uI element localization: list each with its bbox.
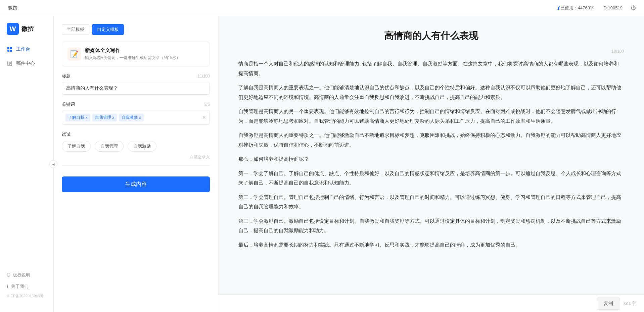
try-label: 试试 — [62, 132, 210, 138]
header-title: 微撰 — [8, 5, 17, 11]
keyword-tag-0[interactable]: 了解自我 x — [65, 114, 90, 121]
tab-all[interactable]: 全部模板 — [62, 24, 89, 35]
sidebar-item-copyright[interactable]: © 版权说明 — [0, 269, 53, 281]
logo-icon: W — [7, 23, 19, 35]
tab-custom[interactable]: 自定义模板 — [92, 24, 124, 35]
preview-bottom: 复制 615字 — [218, 295, 644, 312]
title-label: 标题 11/100 — [62, 73, 210, 79]
keywords-clear-btn[interactable]: ✕ — [202, 115, 206, 120]
article-paragraph-6: 第二，学会管理自己。管理自己包括控制自己的情绪、行为和言语，以及管理自己的时间和… — [238, 193, 624, 212]
sidebar-bottom: © 版权说明 ℹ 关于我们 ©ICP备2022016946号 — [0, 264, 53, 305]
card-content: 新媒体全文写作 输入标题+关键词，一键准确生成所需文章（约15秒） — [85, 47, 180, 61]
usage-icon: ℹ — [557, 5, 559, 11]
article-paragraph-4: 那么，如何培养和提高情商呢？ — [238, 154, 624, 164]
article-paragraph-2: 自我管理是高情商人的另一个重要表现。他们能够有效地控制自己的言行和行为，控制自己… — [238, 107, 624, 126]
sidebar-item-about[interactable]: ℹ 关于我们 — [0, 281, 53, 292]
keywords-container[interactable]: 了解自我 x 自我管理 x 自我激励 x ✕ — [62, 110, 210, 125]
sidebar-item-drafts[interactable]: 稿件中心 — [0, 57, 53, 70]
header-right: ℹ 已使用：44768字 ID:100519 ⏻ — [557, 5, 636, 11]
sidebar: W 微撰 工作台 — [0, 16, 54, 312]
article-counter: 10/100 — [238, 49, 624, 54]
title-input[interactable] — [62, 82, 210, 95]
drafts-icon — [7, 60, 13, 66]
try-clear[interactable]: 白清空录入 — [62, 154, 210, 160]
article-title: 高情商的人有什么表现 — [238, 30, 624, 42]
try-chip-2[interactable]: 自我激励 — [128, 141, 156, 152]
card-icon: 📝 — [67, 47, 81, 61]
article-paragraph-1: 了解自我是高情商人的重要表现之一。他们能够清楚地认识自己的优点和缺点，以及自己的… — [238, 83, 624, 102]
copyright-icon: © — [7, 272, 10, 278]
try-chip-1[interactable]: 自我管理 — [95, 141, 124, 152]
about-icon: ℹ — [7, 284, 8, 289]
title-group: 标题 11/100 — [62, 73, 210, 95]
logo-text: 微撰 — [21, 25, 34, 33]
left-panel: 全部模板 自定义模板 📝 新媒体全文写作 输入标题+关键词，一键准确生成所需文章… — [54, 16, 218, 312]
generate-button[interactable]: 生成内容 — [62, 176, 210, 192]
sidebar-nav: 工作台 稿件中心 — [0, 43, 53, 70]
title-counter: 11/100 — [197, 74, 210, 79]
try-chips: 了解自我 自我管理 自我激励 — [62, 141, 210, 152]
article-paragraph-8: 最后，培养高情商需要长期的努力和实践。只有通过不断地学习、反思和实践，才能够提高… — [238, 240, 624, 250]
keyword-tag-1[interactable]: 自我管理 x — [92, 114, 117, 121]
svg-rect-1 — [10, 47, 12, 49]
article-paragraph-0: 情商是指一个人对自己和他人的感情的认知和管理能力, 包括了解自我、自我管理、自我… — [238, 59, 624, 78]
copy-button[interactable]: 复制 — [597, 298, 620, 310]
keywords-group: 关键词 3/6 了解自我 x 自我管理 x 自我激励 x — [62, 101, 210, 125]
right-panel: 高情商的人有什么表现 10/100 情商是指一个人对自己和他人的感情的认知和管理… — [218, 16, 644, 312]
keyword-tag-2[interactable]: 自我激励 x — [119, 114, 144, 121]
template-card[interactable]: 📝 新媒体全文写作 输入标题+关键词，一键准确生成所需文章（约15秒） — [62, 42, 210, 66]
card-desc: 输入标题+关键词，一键准确生成所需文章（约15秒） — [85, 55, 180, 61]
keyword-remove-0[interactable]: x — [86, 115, 88, 119]
keywords-label: 关键词 3/6 — [62, 101, 210, 107]
body-container: W 微撰 工作台 — [0, 16, 644, 312]
svg-rect-3 — [10, 50, 12, 52]
header-id: ID:100519 — [602, 5, 623, 10]
usage-text: 已使用：44768字 — [560, 5, 594, 11]
word-count: 615字 — [624, 301, 636, 307]
copyright-label: 版权说明 — [13, 272, 30, 278]
logo: W 微撰 — [0, 23, 53, 43]
article-paragraph-3: 自我激励是高情商人的重要特质之一。他们能够激励自己不断地追求目标和梦想，克服困难… — [238, 131, 624, 150]
workbench-label: 工作台 — [16, 46, 30, 52]
svg-rect-2 — [7, 50, 9, 52]
keyword-remove-2[interactable]: x — [139, 115, 141, 119]
article-body: 情商是指一个人对自己和他人的感情的认知和管理能力, 包括了解自我、自我管理、自我… — [238, 59, 624, 250]
preview-area: 高情商的人有什么表现 10/100 情商是指一个人对自己和他人的感情的认知和管理… — [218, 16, 644, 295]
article-paragraph-5: 第一，学会了解自己。了解自己的优点、缺点、个性特质和偏好，以及自己的情感状态和情… — [238, 169, 624, 188]
template-tabs: 全部模板 自定义模板 — [62, 24, 210, 35]
power-icon[interactable]: ⏻ — [631, 5, 636, 11]
keywords-counter: 3/6 — [204, 102, 210, 107]
workbench-icon — [7, 46, 13, 52]
try-section: 试试 了解自我 自我管理 自我激励 白清空录入 — [62, 132, 210, 160]
about-label: 关于我们 — [11, 283, 29, 290]
sidebar-item-workbench[interactable]: 工作台 — [0, 43, 53, 56]
collapse-arrow[interactable]: ◀ — [49, 160, 57, 168]
icp-text: ©ICP备2022016946号 — [0, 292, 53, 300]
keyword-remove-1[interactable]: x — [112, 115, 114, 119]
svg-rect-0 — [7, 47, 9, 49]
try-chip-0[interactable]: 了解自我 — [62, 141, 91, 152]
header: 微撰 ℹ 已使用：44768字 ID:100519 ⏻ — [0, 0, 644, 16]
main-content: 全部模板 自定义模板 📝 新媒体全文写作 输入标题+关键词，一键准确生成所需文章… — [54, 16, 644, 312]
drafts-label: 稿件中心 — [16, 60, 35, 66]
header-usage: ℹ 已使用：44768字 — [557, 5, 594, 11]
article-paragraph-7: 第三，学会激励自己。激励自己包括设定目标和计划、自我激励和自我奖励等方式。可以通… — [238, 216, 624, 236]
card-title: 新媒体全文写作 — [85, 47, 180, 54]
